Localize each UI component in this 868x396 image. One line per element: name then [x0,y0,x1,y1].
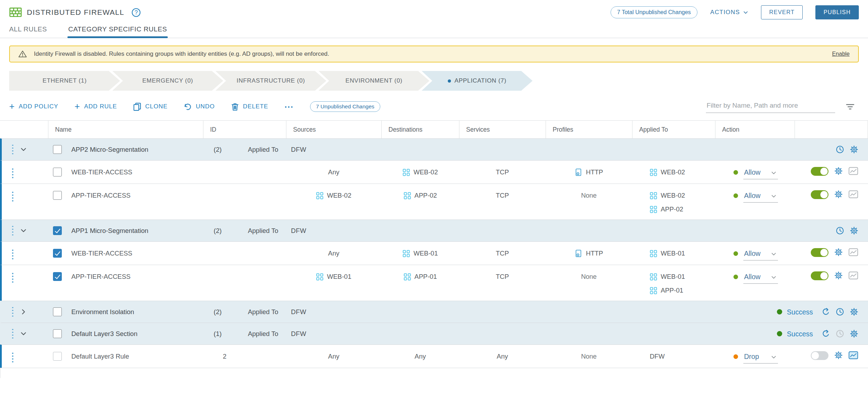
action-dropdown[interactable]: Drop [743,352,778,364]
drag-handle-icon[interactable] [12,145,13,155]
row-checkbox[interactable] [53,272,62,281]
column-header-services: Services [459,121,546,138]
enable-link[interactable]: Enable [832,51,850,57]
trash-icon [231,103,239,111]
chevron-down-icon[interactable] [20,330,27,337]
history-clock-icon[interactable] [836,145,844,154]
action-dropdown[interactable]: Allow [743,168,778,179]
applied-to-group[interactable]: APP-02 [650,205,683,214]
destination-group[interactable]: APP-01 [404,272,437,281]
tab-category-specific-rules[interactable]: CATEGORY SPECIFIC RULES [68,25,167,38]
filter-input[interactable] [706,100,835,113]
category-application[interactable]: APPLICATION (7) [422,71,533,91]
drag-handle-icon[interactable] [12,353,13,362]
stats-graph-icon[interactable] [849,351,858,359]
chevron-down-icon[interactable] [20,146,27,153]
refresh-icon[interactable] [822,330,830,338]
drag-handle-icon[interactable] [12,168,13,178]
action-dropdown[interactable]: Allow [743,191,778,203]
stats-graph-icon[interactable] [849,271,858,280]
source-group[interactable]: WEB-01 [316,272,351,281]
gear-icon[interactable] [834,190,843,198]
category-emergency[interactable]: EMERGENCY (0) [112,71,223,91]
source-group[interactable]: WEB-02 [316,191,351,200]
destination-group[interactable]: WEB-02 [403,168,438,177]
row-checkbox[interactable] [53,191,62,200]
add-rule-button[interactable]: +ADD RULE [75,103,117,110]
category-ethernet[interactable]: ETHERNET (1) [9,71,120,91]
gear-icon[interactable] [850,145,858,154]
rule-enabled-toggle[interactable] [811,190,828,199]
unpublished-changes-badge[interactable]: 7 Unpublished Changes [310,101,380,112]
applied-to-group[interactable]: WEB-02 [650,168,685,177]
allow-dot-icon [733,193,738,198]
category-infrastructure[interactable]: INFRASTRUCTURE (0) [215,71,326,91]
gear-icon[interactable] [850,308,858,316]
applied-to-group[interactable]: APP-01 [650,286,683,295]
row-checkbox[interactable] [53,307,62,316]
applied-to-value[interactable]: DFW [291,329,306,338]
identity-firewall-warning-banner: Identity Firewall is disabled. Rules con… [9,46,859,62]
active-category-dot-icon [448,79,451,83]
drag-handle-icon[interactable] [12,329,13,339]
rule-enabled-toggle[interactable] [811,248,828,257]
rule-enabled-toggle[interactable] [811,167,828,176]
destination-group[interactable]: WEB-01 [403,249,438,258]
drag-handle-icon[interactable] [12,226,13,236]
applied-to-group[interactable]: WEB-02 [650,191,685,200]
stats-graph-icon[interactable] [849,167,858,175]
revert-button[interactable]: REVERT [761,5,803,19]
row-checkbox[interactable] [53,329,62,338]
filter-icon[interactable] [846,102,855,111]
stats-graph-icon[interactable] [849,190,858,198]
add-policy-button[interactable]: +ADD POLICY [9,103,58,110]
action-dropdown[interactable]: Allow [743,272,778,284]
row-checkbox[interactable] [53,145,62,154]
undo-button[interactable]: UNDO [184,103,215,111]
applied-to-value[interactable]: DFW [291,145,306,154]
action-dropdown[interactable]: Allow [743,249,778,260]
chevron-down-icon[interactable] [20,227,27,234]
drag-handle-icon[interactable] [12,273,13,283]
rule-enabled-toggle[interactable] [811,351,828,360]
history-clock-icon [836,330,844,338]
clone-button[interactable]: CLONE [133,103,167,111]
tab-all-rules[interactable]: ALL RULES [9,25,47,38]
applied-to-value[interactable]: DFW [291,307,306,317]
applied-to-group[interactable]: WEB-01 [650,272,685,281]
total-unpublished-changes-badge[interactable]: 7 Total Unpublished Changes [611,6,698,18]
history-clock-icon[interactable] [836,308,844,316]
history-clock-icon[interactable] [836,227,844,235]
refresh-icon[interactable] [822,308,830,316]
drag-handle-icon[interactable] [12,192,13,202]
category-environment[interactable]: ENVIRONMENT (0) [319,71,429,91]
applied-to-value[interactable]: DFW [291,226,306,235]
drag-handle-icon[interactable] [12,250,13,259]
rule-name: Default Layer3 Rule [71,352,129,361]
gear-icon[interactable] [850,330,858,338]
row-checkbox[interactable] [53,226,62,235]
gear-icon[interactable] [834,351,843,359]
publish-button[interactable]: PUBLISH [815,5,859,19]
gear-icon[interactable] [834,167,843,175]
drag-handle-icon[interactable] [12,307,13,317]
applied-to-group[interactable]: WEB-01 [650,249,685,258]
profile-chip[interactable]: HTTP [575,168,603,177]
applied-to-value: DFW [650,352,665,361]
chevron-right-icon[interactable] [20,308,27,315]
row-checkbox[interactable] [53,352,62,361]
services-value: TCP [496,168,509,177]
row-checkbox[interactable] [53,249,62,258]
rule-enabled-toggle[interactable] [811,271,828,280]
actions-menu[interactable]: ACTIONS [710,9,748,16]
more-actions-button[interactable]: ... [285,103,294,107]
gear-icon[interactable] [850,227,858,235]
row-checkbox[interactable] [53,168,62,176]
gear-icon[interactable] [834,271,843,280]
profile-chip[interactable]: HTTP [575,249,603,258]
help-icon[interactable] [131,8,141,17]
stats-graph-icon[interactable] [849,248,858,256]
gear-icon[interactable] [834,248,843,256]
delete-button[interactable]: DELETE [231,103,268,111]
destination-group[interactable]: APP-02 [404,191,437,200]
